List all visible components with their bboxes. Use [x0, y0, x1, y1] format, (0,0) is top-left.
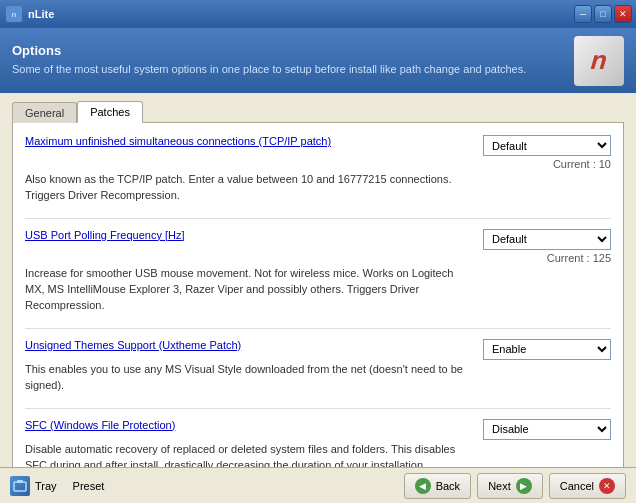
footer-left: Tray Preset [10, 476, 104, 496]
back-button[interactable]: ◀ Back [404, 473, 471, 499]
themes-select-wrapper[interactable]: Enable Disable Default [483, 339, 611, 360]
header-subtitle: Some of the most useful system options i… [12, 62, 526, 77]
usb-link[interactable]: USB Port Polling Frequency [Hz] [25, 229, 185, 241]
panel: Maximum unfinished simultaneous connecti… [12, 122, 624, 486]
usb-select[interactable]: Default Custom [484, 230, 610, 249]
divider-3 [25, 408, 611, 409]
sfc-select[interactable]: Disable Enable Default [484, 420, 610, 439]
tray-label: Tray [35, 480, 57, 492]
close-button[interactable]: ✕ [614, 5, 632, 23]
cancel-label: Cancel [560, 480, 594, 492]
back-label: Back [436, 480, 460, 492]
main-content: General Patches Maximum unfinished simul… [0, 93, 636, 494]
header-text: Options Some of the most useful system o… [12, 43, 526, 77]
tray-icon [10, 476, 30, 496]
title-bar-buttons: ─ □ ✕ [574, 5, 632, 23]
themes-control: Enable Disable Default [481, 339, 611, 360]
sfc-link[interactable]: SFC (Windows File Protection) [25, 419, 175, 431]
next-label: Next [488, 480, 511, 492]
themes-select[interactable]: Enable Disable Default [484, 340, 610, 359]
divider-1 [25, 218, 611, 219]
svg-rect-0 [14, 482, 26, 491]
svg-rect-1 [17, 480, 23, 483]
logo-letter: n [590, 45, 609, 76]
usb-current: Current : 125 [547, 252, 611, 264]
tab-general[interactable]: General [12, 102, 77, 123]
next-button[interactable]: Next ▶ [477, 473, 543, 499]
option-header-sfc: SFC (Windows File Protection) Disable En… [25, 419, 611, 440]
sfc-select-wrapper[interactable]: Disable Enable Default [483, 419, 611, 440]
option-row-tcp-ip: Maximum unfinished simultaneous connecti… [25, 135, 611, 204]
tcp-ip-link[interactable]: Maximum unfinished simultaneous connecti… [25, 135, 331, 147]
option-row-themes: Unsigned Themes Support (Uxtheme Patch) … [25, 339, 611, 394]
window-title: nLite [28, 8, 54, 20]
next-icon: ▶ [516, 478, 532, 494]
app-icon: n [6, 6, 22, 22]
footer: Tray Preset ◀ Back Next ▶ Cancel ✕ [0, 467, 636, 503]
cancel-button[interactable]: Cancel ✕ [549, 473, 626, 499]
cancel-icon: ✕ [599, 478, 615, 494]
header-title: Options [12, 43, 526, 58]
tcp-ip-select[interactable]: Default Custom [484, 136, 610, 155]
divider-2 [25, 328, 611, 329]
preset-label: Preset [73, 480, 105, 492]
usb-desc: Increase for smoother USB mouse movement… [25, 266, 465, 314]
back-icon: ◀ [415, 478, 431, 494]
title-bar-left: n nLite [6, 6, 54, 22]
tabs-container: General Patches [12, 101, 624, 123]
tab-patches[interactable]: Patches [77, 101, 143, 123]
preset-button[interactable]: Preset [73, 480, 105, 492]
option-row-sfc: SFC (Windows File Protection) Disable En… [25, 419, 611, 474]
tcp-ip-select-wrapper[interactable]: Default Custom [483, 135, 611, 156]
themes-desc: This enables you to use any MS Visual St… [25, 362, 465, 394]
option-header-themes: Unsigned Themes Support (Uxtheme Patch) … [25, 339, 611, 360]
option-row-usb: USB Port Polling Frequency [Hz] Default … [25, 229, 611, 314]
tray-button[interactable]: Tray [10, 476, 57, 496]
sfc-control: Disable Enable Default [481, 419, 611, 440]
themes-link[interactable]: Unsigned Themes Support (Uxtheme Patch) [25, 339, 241, 351]
maximize-button[interactable]: □ [594, 5, 612, 23]
usb-select-wrapper[interactable]: Default Custom [483, 229, 611, 250]
footer-right: ◀ Back Next ▶ Cancel ✕ [404, 473, 626, 499]
header-area: Options Some of the most useful system o… [0, 28, 636, 93]
tcp-ip-current: Current : 10 [553, 158, 611, 170]
tcp-ip-control: Default Custom Current : 10 [481, 135, 611, 170]
option-header-tcp-ip: Maximum unfinished simultaneous connecti… [25, 135, 611, 170]
header-logo: n [574, 36, 624, 86]
title-bar: n nLite ─ □ ✕ [0, 0, 636, 28]
tcp-ip-desc: Also known as the TCP/IP patch. Enter a … [25, 172, 465, 204]
minimize-button[interactable]: ─ [574, 5, 592, 23]
option-header-usb: USB Port Polling Frequency [Hz] Default … [25, 229, 611, 264]
usb-control: Default Custom Current : 125 [481, 229, 611, 264]
